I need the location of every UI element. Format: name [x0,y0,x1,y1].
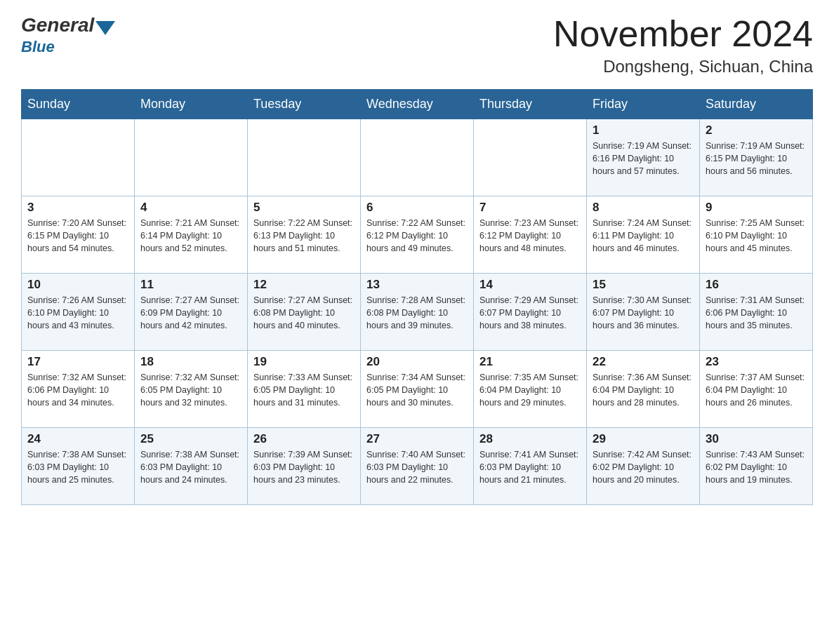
day-detail: Sunrise: 7:42 AM Sunset: 6:02 PM Dayligh… [593,448,694,486]
weekday-header-sunday: Sunday [22,90,135,119]
calendar-cell [474,119,587,196]
day-detail: Sunrise: 7:27 AM Sunset: 6:08 PM Dayligh… [253,294,355,332]
calendar-cell: 10Sunrise: 7:26 AM Sunset: 6:10 PM Dayli… [22,274,135,351]
day-number: 6 [366,201,468,215]
calendar-cell [248,119,361,196]
calendar-cell: 26Sunrise: 7:39 AM Sunset: 6:03 PM Dayli… [248,428,361,505]
calendar-row-1: 1Sunrise: 7:19 AM Sunset: 6:16 PM Daylig… [22,119,813,196]
day-detail: Sunrise: 7:27 AM Sunset: 6:09 PM Dayligh… [140,294,241,332]
day-number: 10 [27,278,128,292]
calendar-cell: 6Sunrise: 7:22 AM Sunset: 6:12 PM Daylig… [361,196,474,274]
day-detail: Sunrise: 7:22 AM Sunset: 6:12 PM Dayligh… [366,217,468,255]
day-number: 4 [140,201,241,215]
day-number: 24 [27,432,128,446]
day-number: 29 [593,432,694,446]
day-detail: Sunrise: 7:30 AM Sunset: 6:07 PM Dayligh… [593,294,694,332]
day-detail: Sunrise: 7:29 AM Sunset: 6:07 PM Dayligh… [479,294,581,332]
calendar-row-4: 17Sunrise: 7:32 AM Sunset: 6:06 PM Dayli… [22,351,813,428]
calendar-cell: 17Sunrise: 7:32 AM Sunset: 6:06 PM Dayli… [22,351,135,428]
day-number: 11 [140,278,241,292]
weekday-header-tuesday: Tuesday [248,90,361,119]
calendar-row-5: 24Sunrise: 7:38 AM Sunset: 6:03 PM Dayli… [22,428,813,505]
day-detail: Sunrise: 7:40 AM Sunset: 6:03 PM Dayligh… [366,448,468,486]
calendar-cell: 8Sunrise: 7:24 AM Sunset: 6:11 PM Daylig… [587,196,700,274]
day-number: 23 [706,355,807,369]
day-number: 30 [706,432,807,446]
day-detail: Sunrise: 7:19 AM Sunset: 6:15 PM Dayligh… [706,140,807,177]
day-detail: Sunrise: 7:22 AM Sunset: 6:13 PM Dayligh… [253,217,355,255]
calendar-cell: 20Sunrise: 7:34 AM Sunset: 6:05 PM Dayli… [361,351,474,428]
day-detail: Sunrise: 7:25 AM Sunset: 6:10 PM Dayligh… [706,217,807,255]
day-detail: Sunrise: 7:28 AM Sunset: 6:08 PM Dayligh… [366,294,468,332]
day-number: 20 [366,355,468,369]
logo: General Blue [21,14,115,56]
calendar-cell: 18Sunrise: 7:32 AM Sunset: 6:05 PM Dayli… [135,351,248,428]
day-number: 13 [366,278,468,292]
day-number: 9 [706,201,807,215]
day-number: 8 [593,201,694,215]
calendar-cell: 30Sunrise: 7:43 AM Sunset: 6:02 PM Dayli… [700,428,813,505]
calendar-cell: 3Sunrise: 7:20 AM Sunset: 6:15 PM Daylig… [22,196,135,274]
calendar-cell: 28Sunrise: 7:41 AM Sunset: 6:03 PM Dayli… [474,428,587,505]
calendar-cell: 7Sunrise: 7:23 AM Sunset: 6:12 PM Daylig… [474,196,587,274]
day-number: 22 [593,355,694,369]
day-number: 27 [366,432,468,446]
day-detail: Sunrise: 7:35 AM Sunset: 6:04 PM Dayligh… [479,371,581,409]
calendar-cell: 9Sunrise: 7:25 AM Sunset: 6:10 PM Daylig… [700,196,813,274]
day-number: 7 [479,201,581,215]
day-detail: Sunrise: 7:31 AM Sunset: 6:06 PM Dayligh… [706,294,807,332]
day-detail: Sunrise: 7:19 AM Sunset: 6:16 PM Dayligh… [593,140,694,177]
day-detail: Sunrise: 7:39 AM Sunset: 6:03 PM Dayligh… [253,448,355,486]
day-detail: Sunrise: 7:41 AM Sunset: 6:03 PM Dayligh… [479,448,581,486]
calendar-cell: 11Sunrise: 7:27 AM Sunset: 6:09 PM Dayli… [135,274,248,351]
logo-general-text: General [21,14,94,36]
day-number: 12 [253,278,355,292]
day-number: 1 [593,123,694,137]
day-number: 2 [706,123,807,137]
weekday-header-saturday: Saturday [700,90,813,119]
calendar-row-3: 10Sunrise: 7:26 AM Sunset: 6:10 PM Dayli… [22,274,813,351]
calendar-cell: 27Sunrise: 7:40 AM Sunset: 6:03 PM Dayli… [361,428,474,505]
month-year-title: November 2024 [553,14,813,54]
calendar-cell: 1Sunrise: 7:19 AM Sunset: 6:16 PM Daylig… [587,119,700,196]
calendar-cell [22,119,135,196]
calendar-cell: 25Sunrise: 7:38 AM Sunset: 6:03 PM Dayli… [135,428,248,505]
calendar-cell: 12Sunrise: 7:27 AM Sunset: 6:08 PM Dayli… [248,274,361,351]
calendar-cell: 15Sunrise: 7:30 AM Sunset: 6:07 PM Dayli… [587,274,700,351]
day-detail: Sunrise: 7:21 AM Sunset: 6:14 PM Dayligh… [140,217,241,255]
day-number: 18 [140,355,241,369]
day-detail: Sunrise: 7:24 AM Sunset: 6:11 PM Dayligh… [593,217,694,255]
calendar-cell: 29Sunrise: 7:42 AM Sunset: 6:02 PM Dayli… [587,428,700,505]
calendar-cell: 4Sunrise: 7:21 AM Sunset: 6:14 PM Daylig… [135,196,248,274]
calendar-cell [361,119,474,196]
day-detail: Sunrise: 7:26 AM Sunset: 6:10 PM Dayligh… [27,294,128,332]
calendar-cell: 14Sunrise: 7:29 AM Sunset: 6:07 PM Dayli… [474,274,587,351]
calendar-cell: 13Sunrise: 7:28 AM Sunset: 6:08 PM Dayli… [361,274,474,351]
calendar-cell: 19Sunrise: 7:33 AM Sunset: 6:05 PM Dayli… [248,351,361,428]
calendar-cell: 24Sunrise: 7:38 AM Sunset: 6:03 PM Dayli… [22,428,135,505]
day-number: 3 [27,201,128,215]
day-detail: Sunrise: 7:20 AM Sunset: 6:15 PM Dayligh… [27,217,128,255]
day-detail: Sunrise: 7:34 AM Sunset: 6:05 PM Dayligh… [366,371,468,409]
day-detail: Sunrise: 7:32 AM Sunset: 6:06 PM Dayligh… [27,371,128,409]
day-number: 21 [479,355,581,369]
weekday-header-friday: Friday [587,90,700,119]
calendar-cell: 21Sunrise: 7:35 AM Sunset: 6:04 PM Dayli… [474,351,587,428]
calendar-cell: 22Sunrise: 7:36 AM Sunset: 6:04 PM Dayli… [587,351,700,428]
day-number: 25 [140,432,241,446]
day-detail: Sunrise: 7:38 AM Sunset: 6:03 PM Dayligh… [140,448,241,486]
day-number: 5 [253,201,355,215]
day-detail: Sunrise: 7:36 AM Sunset: 6:04 PM Dayligh… [593,371,694,409]
calendar-row-2: 3Sunrise: 7:20 AM Sunset: 6:15 PM Daylig… [22,196,813,274]
day-number: 28 [479,432,581,446]
day-detail: Sunrise: 7:23 AM Sunset: 6:12 PM Dayligh… [479,217,581,255]
day-number: 14 [479,278,581,292]
weekday-header-monday: Monday [135,90,248,119]
day-detail: Sunrise: 7:37 AM Sunset: 6:04 PM Dayligh… [706,371,807,409]
day-detail: Sunrise: 7:33 AM Sunset: 6:05 PM Dayligh… [253,371,355,409]
calendar-cell: 16Sunrise: 7:31 AM Sunset: 6:06 PM Dayli… [700,274,813,351]
day-detail: Sunrise: 7:38 AM Sunset: 6:03 PM Dayligh… [27,448,128,486]
weekday-header-row: SundayMondayTuesdayWednesdayThursdayFrid… [22,90,813,119]
logo-blue-text: Blue [21,38,55,56]
day-number: 15 [593,278,694,292]
